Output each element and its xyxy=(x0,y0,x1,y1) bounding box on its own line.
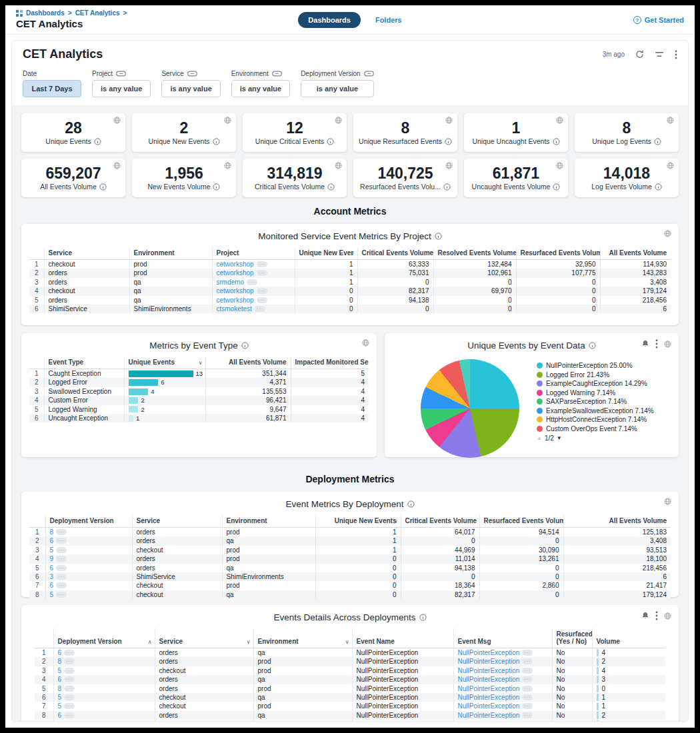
info-icon[interactable] xyxy=(654,138,661,145)
cell-link[interactable]: 3 xyxy=(50,573,54,580)
globe-icon[interactable] xyxy=(556,117,563,124)
globe-icon[interactable] xyxy=(667,162,674,169)
sort-down-icon[interactable]: ∨ xyxy=(345,639,349,645)
globe-icon[interactable] xyxy=(664,341,671,348)
globe-icon[interactable] xyxy=(335,162,342,169)
cell-link[interactable]: srmdemo xyxy=(217,279,245,286)
cell-link[interactable]: 5 xyxy=(58,667,62,674)
kebab-menu-icon[interactable] xyxy=(675,50,677,59)
filter-icon[interactable] xyxy=(655,51,664,57)
info-icon[interactable] xyxy=(213,183,220,191)
link-icon[interactable] xyxy=(116,71,126,77)
breadcrumb-dashboards[interactable]: Dashboards xyxy=(26,9,65,17)
more-menu-icon[interactable]: ··· xyxy=(56,529,67,535)
sort-down-icon[interactable]: ∨ xyxy=(199,360,203,366)
globe-icon[interactable] xyxy=(664,230,671,237)
cell-link[interactable]: 8 xyxy=(58,658,62,665)
info-icon[interactable] xyxy=(94,138,101,145)
globe-icon[interactable] xyxy=(445,117,453,124)
more-menu-icon[interactable]: ··· xyxy=(64,676,75,682)
info-icon[interactable] xyxy=(655,183,662,191)
more-menu-icon[interactable]: ··· xyxy=(255,306,265,312)
info-icon[interactable] xyxy=(553,183,560,191)
cell-link[interactable]: 8 xyxy=(50,528,54,536)
more-menu-icon[interactable]: ··· xyxy=(257,288,267,294)
filter-value-button[interactable]: is any value xyxy=(161,80,220,97)
cell-link[interactable]: 6 xyxy=(58,649,62,656)
legend-item[interactable]: Custom OverOps Event 7.14% xyxy=(537,425,658,433)
legend-item[interactable]: HttpHostConnectException 7.14% xyxy=(537,416,658,424)
cell-link[interactable]: ctsmoketest xyxy=(217,305,252,313)
more-menu-icon[interactable]: ··· xyxy=(522,676,533,682)
sort-down-icon[interactable]: ∨ xyxy=(247,639,251,645)
more-menu-icon[interactable]: ··· xyxy=(522,703,533,709)
filter-value-button[interactable]: is any value xyxy=(231,80,290,97)
cell-link[interactable]: 6 xyxy=(50,537,54,544)
bell-icon[interactable] xyxy=(641,340,649,348)
more-menu-icon[interactable]: ··· xyxy=(64,658,75,664)
cell-link[interactable]: cetworkshop xyxy=(217,269,254,277)
more-menu-icon[interactable]: ··· xyxy=(522,721,533,722)
cell-link[interactable]: NullPointerException xyxy=(458,702,520,710)
cell-link[interactable]: 5 xyxy=(58,702,62,710)
legend-item[interactable]: NullPointerException 25.00% xyxy=(537,362,658,370)
info-icon[interactable] xyxy=(241,342,249,349)
cell-link[interactable]: 6 xyxy=(50,582,54,589)
cell-link[interactable]: NullPointerException xyxy=(458,720,520,722)
cell-link[interactable]: NullPointerException xyxy=(458,712,520,719)
link-icon[interactable] xyxy=(272,71,282,77)
more-menu-icon[interactable]: ··· xyxy=(64,712,75,718)
tab-folders[interactable]: Folders xyxy=(375,16,402,24)
globe-icon[interactable] xyxy=(664,498,671,505)
more-menu-icon[interactable]: ··· xyxy=(56,574,67,580)
info-icon[interactable] xyxy=(553,138,560,145)
more-menu-icon[interactable]: ··· xyxy=(64,668,75,674)
filter-value-button[interactable]: Last 7 Days xyxy=(23,80,81,97)
cell-link[interactable]: cetworkshop xyxy=(217,287,254,295)
more-menu-icon[interactable]: ··· xyxy=(64,694,75,700)
globe-icon[interactable] xyxy=(445,162,453,169)
info-icon[interactable] xyxy=(99,183,107,191)
info-icon[interactable] xyxy=(445,138,452,145)
legend-item[interactable]: Logged Error 21.43% xyxy=(537,371,658,379)
kebab-menu-icon[interactable] xyxy=(655,611,658,620)
cell-link[interactable]: NullPointerException xyxy=(458,658,520,665)
globe-icon[interactable] xyxy=(224,117,231,124)
legend-page-down-icon[interactable]: ▼ xyxy=(557,435,562,441)
more-menu-icon[interactable]: ··· xyxy=(257,261,267,267)
info-icon[interactable] xyxy=(327,183,335,191)
more-menu-icon[interactable]: ··· xyxy=(56,556,67,562)
bell-icon[interactable] xyxy=(641,612,649,620)
sort-down-icon[interactable]: ∨ xyxy=(394,518,398,524)
more-menu-icon[interactable]: ··· xyxy=(64,686,75,692)
pie-chart[interactable] xyxy=(421,359,519,458)
cell-link[interactable]: 5 xyxy=(50,546,54,554)
info-icon[interactable] xyxy=(589,342,596,349)
kebab-menu-icon[interactable] xyxy=(655,339,658,349)
more-menu-icon[interactable]: ··· xyxy=(522,650,533,656)
cell-link[interactable]: 5 xyxy=(58,720,62,722)
info-icon[interactable] xyxy=(327,138,334,145)
breadcrumb-cet-analytics[interactable]: CET Analytics xyxy=(75,9,120,17)
globe-icon[interactable] xyxy=(224,162,231,169)
cell-link[interactable]: NullPointerException xyxy=(458,667,520,674)
sort-up-icon[interactable]: ∧ xyxy=(148,639,152,645)
more-menu-icon[interactable]: ··· xyxy=(522,694,533,700)
cell-link[interactable]: 9 xyxy=(50,555,54,562)
more-menu-icon[interactable]: ··· xyxy=(257,270,267,276)
more-menu-icon[interactable]: ··· xyxy=(56,538,67,544)
cell-link[interactable]: 8 xyxy=(58,685,62,692)
globe-icon[interactable] xyxy=(113,162,121,169)
info-icon[interactable] xyxy=(407,500,415,508)
refresh-icon[interactable] xyxy=(635,50,644,59)
more-menu-icon[interactable]: ··· xyxy=(522,658,533,664)
cell-link[interactable]: cetworkshop xyxy=(217,297,254,304)
link-icon[interactable] xyxy=(187,71,197,77)
cell-link[interactable]: cetworkshop xyxy=(217,261,254,268)
legend-item[interactable]: ExampleSwallowedException 7.14% xyxy=(537,407,658,415)
cell-link[interactable]: NullPointerException xyxy=(458,685,520,692)
more-menu-icon[interactable]: ··· xyxy=(64,650,75,656)
globe-icon[interactable] xyxy=(664,612,671,620)
cell-link[interactable]: 6 xyxy=(58,712,62,719)
filter-value-button[interactable]: is any value xyxy=(301,80,374,97)
